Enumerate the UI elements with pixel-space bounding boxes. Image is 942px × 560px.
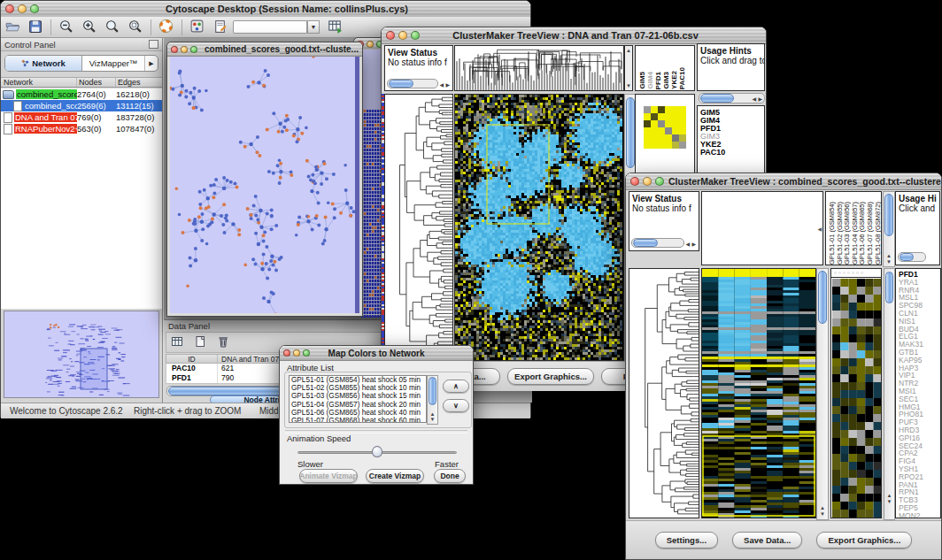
save-icon[interactable] [27, 19, 45, 36]
treeview1-titlebar[interactable]: ClusterMaker TreeView : DNA and Tran 07-… [382, 27, 766, 44]
main-titlebar[interactable]: Cytoscape Desktop (Session Name: collins… [1, 1, 530, 18]
speed-slider-thumb[interactable] [372, 446, 382, 457]
tv1-row-dendrogram[interactable] [384, 94, 453, 361]
network-row[interactable]: combined_sco2569(6)13112(15) [1, 100, 162, 111]
tab-overflow-icon[interactable]: ▶ [144, 56, 158, 71]
tv1-mini-scrollbar[interactable]: ▲▼ [624, 45, 633, 91]
network-view-window: combined_scores_good.txt--cluste... [166, 42, 363, 317]
scroll-right-icon[interactable]: ▶ [758, 96, 762, 102]
tab-network[interactable]: Network [5, 56, 82, 71]
attribute-item[interactable]: GPL51-03 (GSM856) heat shock 15 min [290, 392, 426, 400]
help-ring-icon[interactable] [158, 19, 176, 36]
network-row[interactable]: RNAPuberNov2+563(0)107847(0) [1, 123, 162, 134]
zoom-window-icon[interactable] [411, 31, 420, 40]
network-row[interactable]: combined_scores2764(0)16218(0) [1, 88, 162, 100]
save-data-button[interactable]: Save Data... [732, 532, 802, 548]
network-name: RNAPuberNov2+ [14, 124, 77, 134]
search-input[interactable] [233, 20, 307, 34]
control-panel-header: Control Panel [1, 38, 162, 51]
attribute-table-icon[interactable] [170, 334, 188, 352]
attribute-item[interactable]: GPL51-02 (GSM855) heat shock 10 min [290, 384, 426, 392]
minimize-icon[interactable] [293, 349, 300, 357]
dialog-titlebar[interactable]: Map Colors to Network [280, 346, 473, 361]
scroll-right-icon[interactable]: ▶ [691, 241, 696, 247]
attribute-item[interactable]: GPL51-01 (GSM854) heat shock 05 min [290, 376, 426, 384]
tab-vizmapper[interactable]: VizMapper™ [82, 56, 144, 71]
gene-label[interactable]: MON2 [896, 512, 940, 518]
zoom-window-icon[interactable] [30, 4, 39, 13]
close-icon[interactable] [283, 349, 290, 357]
float-panel-icon[interactable] [149, 40, 158, 49]
attribute-list-vscrollbar[interactable]: ▲▼ [427, 375, 438, 425]
zoom-in-icon[interactable] [81, 19, 99, 36]
settings-button[interactable]: Settings... [655, 532, 718, 548]
tv2-row-dendrogram[interactable] [629, 268, 699, 518]
tv1-heatmap[interactable] [454, 94, 624, 361]
close-icon[interactable] [171, 46, 178, 53]
network-overview[interactable] [4, 311, 159, 398]
network-nodes: 563(0) [77, 124, 116, 134]
close-icon[interactable] [5, 4, 14, 13]
zoom-window-icon[interactable] [190, 46, 197, 53]
tv2-status-hscrollbar[interactable] [631, 238, 684, 248]
tv2-view-status-panel: View StatusNo status info f ◀ ▶ [629, 191, 699, 251]
collapse-icon[interactable]: ◀ [817, 226, 822, 232]
minimize-icon[interactable] [367, 41, 374, 48]
minimize-icon[interactable] [398, 31, 407, 40]
close-icon[interactable] [630, 177, 639, 186]
view-settings-icon[interactable] [189, 19, 207, 36]
scroll-left-icon[interactable]: ◀ [685, 241, 690, 247]
tv2-labels-vscrollbar[interactable]: ▲▼ [883, 191, 895, 267]
zoom-out-icon[interactable] [58, 19, 76, 36]
open-folder-icon[interactable] [4, 19, 22, 36]
attribute-item[interactable]: GPL51-06 (GSM865) heat shock 40 min [290, 409, 426, 417]
minimize-icon[interactable] [18, 4, 27, 13]
tv2-hints-hscrollbar[interactable] [898, 252, 926, 262]
annotation-icon[interactable] [212, 19, 230, 36]
attribute-item[interactable]: GPL51-07 (GSM868) heat shock 60 min [290, 417, 426, 423]
treeview2-titlebar[interactable]: ClusterMaker TreeView : combined_scores_… [626, 173, 941, 190]
tv1-hints-hscrollbar[interactable]: ◀ ▶ [699, 93, 765, 104]
network-row[interactable]: DNA and Tran 07769(0)183728(0) [1, 111, 162, 123]
create-vizmap-button[interactable]: Create Vizmap [366, 469, 424, 483]
export-graphics-button[interactable]: Export Graphics... [816, 532, 912, 548]
gene-label[interactable]: PAC10 [698, 149, 764, 157]
tv2-column-dendrogram[interactable]: ◀ [701, 191, 823, 265]
done-button[interactable]: Done [434, 469, 466, 483]
zoom-window-icon[interactable] [655, 177, 664, 186]
zoom-selected-icon[interactable] [127, 19, 145, 36]
tv2-usage-hints-panel: Usage HiClick and [895, 191, 940, 265]
tv2-heatmap-vscrollbar[interactable]: ▲▼ [816, 268, 829, 520]
rotated-array-label: GPL51-06 (GSM865) [858, 202, 866, 265]
zoom-window-icon[interactable] [303, 349, 310, 357]
rotated-array-label: GPL51-02 (GSM855) [836, 202, 844, 265]
zoom-fit-icon[interactable] [104, 19, 122, 36]
status-message: Welcome to Cytoscape 2.6.2 [10, 406, 123, 416]
network-canvas[interactable] [170, 57, 359, 313]
rotated-gene-label: GIM5 [638, 72, 646, 89]
tv2-list-vscrollbar[interactable]: ▲▼ [884, 268, 895, 520]
scroll-left-icon[interactable]: ◀ [439, 81, 444, 88]
tv2-gene-list[interactable]: PFD1YRA1RNR4MSL1SPC98CLN1NIS1BUD4ELG1MAK… [895, 268, 941, 518]
tv1-status-hscrollbar[interactable] [387, 79, 438, 88]
delete-attribute-icon[interactable] [216, 334, 234, 352]
export-graphics-button[interactable]: Export Graphics... [507, 368, 594, 385]
tv1-column-dendrogram[interactable] [454, 45, 624, 91]
search-dropdown-icon[interactable]: ▼ [307, 20, 320, 34]
move-up-button[interactable]: ∧ [443, 380, 469, 393]
attribute-list[interactable]: GPL51-01 (GSM854) heat shock 05 minGPL51… [289, 375, 427, 423]
close-icon[interactable] [386, 31, 395, 40]
move-down-button[interactable]: ∨ [443, 399, 469, 412]
scroll-right-icon[interactable]: ▶ [445, 81, 450, 88]
new-attribute-icon[interactable] [193, 334, 211, 352]
scroll-left-icon[interactable]: ◀ [752, 96, 756, 102]
toolbar-separator [151, 19, 151, 35]
import-table-icon[interactable] [327, 18, 344, 35]
tv2-heatmap[interactable] [701, 268, 816, 518]
network-titlebar[interactable]: combined_scores_good.txt--cluste... [167, 42, 362, 57]
minimize-icon[interactable] [643, 177, 652, 186]
attribute-item[interactable]: GPL51-04 (GSM857) heat shock 20 min [290, 401, 426, 409]
animate-vizmap-button[interactable]: Animate Vizmap [299, 469, 358, 483]
tv2-detail-panel[interactable]: ○○○○○○○ [830, 268, 882, 518]
minimize-icon[interactable] [181, 46, 188, 53]
